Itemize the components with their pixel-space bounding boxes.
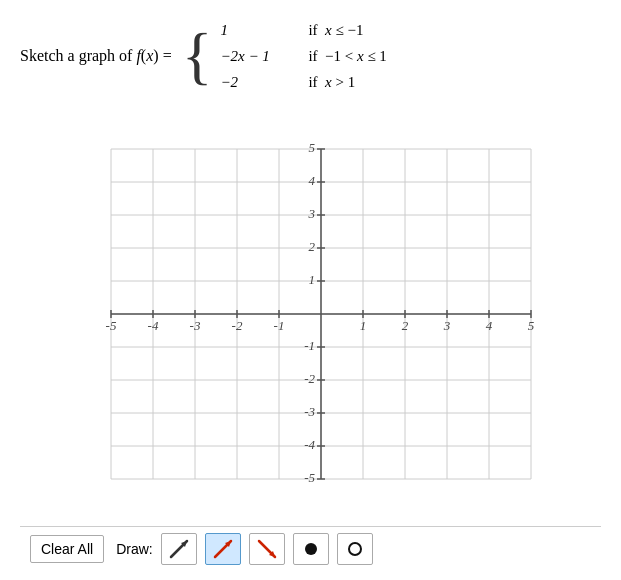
case-expr-3: −2 — [220, 70, 290, 94]
graph-container — [20, 112, 601, 526]
line-red-button[interactable] — [205, 533, 241, 565]
case-row-1: 1 if x ≤ −1 — [220, 18, 387, 42]
piecewise-function: { 1 if x ≤ −1 −2x − 1 if −1 < x ≤ 1 −2 i… — [182, 18, 387, 94]
case-row-2: −2x − 1 if −1 < x ≤ 1 — [220, 44, 387, 68]
cases-list: 1 if x ≤ −1 −2x − 1 if −1 < x ≤ 1 −2 if … — [220, 18, 387, 94]
problem-prefix: Sketch a graph of f(x) = — [20, 47, 172, 65]
draw-label: Draw: — [116, 541, 153, 557]
case-expr-2: −2x − 1 — [220, 44, 290, 68]
clear-all-button[interactable]: Clear All — [30, 535, 104, 563]
line-down-right-button[interactable] — [249, 533, 285, 565]
case-cond-3: if x > 1 — [308, 70, 355, 94]
graph-wrap[interactable] — [61, 134, 561, 504]
toolbar: Clear All Draw: — [20, 526, 601, 570]
case-expr-1: 1 — [220, 18, 290, 42]
closed-point-button[interactable] — [293, 533, 329, 565]
problem-statement: Sketch a graph of f(x) = { 1 if x ≤ −1 −… — [20, 18, 601, 94]
line-up-right-button[interactable] — [161, 533, 197, 565]
case-cond-2: if −1 < x ≤ 1 — [308, 44, 387, 68]
case-cond-1: if x ≤ −1 — [308, 18, 363, 42]
page: Sketch a graph of f(x) = { 1 if x ≤ −1 −… — [0, 0, 621, 580]
left-brace: { — [182, 24, 213, 88]
svg-point-6 — [305, 543, 317, 555]
graph-canvas[interactable] — [61, 134, 561, 504]
open-point-button[interactable] — [337, 533, 373, 565]
svg-point-7 — [349, 543, 361, 555]
case-row-3: −2 if x > 1 — [220, 70, 387, 94]
